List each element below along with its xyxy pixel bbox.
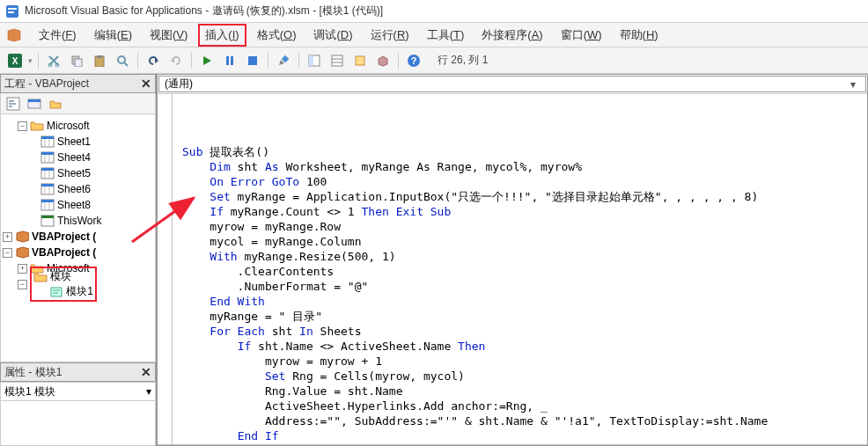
redo-icon[interactable] <box>166 51 186 70</box>
undo-icon[interactable] <box>143 51 163 70</box>
code-window: (通用) ▾ Sub 提取表名() Dim sht As Worksheet, … <box>157 74 868 446</box>
tree-collapse-icon[interactable]: − <box>18 121 27 131</box>
find-icon[interactable] <box>113 51 132 70</box>
tree-collapse-icon[interactable]: − <box>3 248 12 258</box>
tree-expand-icon[interactable]: + <box>18 264 27 274</box>
svg-rect-9 <box>75 59 82 67</box>
menu-edit[interactable]: 编辑(E) <box>87 24 139 47</box>
svg-point-12 <box>118 56 125 63</box>
svg-rect-40 <box>41 152 54 155</box>
svg-rect-1 <box>8 8 17 10</box>
menu-insert[interactable]: 插入(I) <box>198 24 246 47</box>
project-explorer-icon[interactable] <box>305 51 324 70</box>
window-title: Microsoft Visual Basic for Applications … <box>25 4 383 18</box>
view-object-icon[interactable] <box>26 95 43 113</box>
tree-label[interactable]: Sheet8 <box>57 199 91 211</box>
menu-window[interactable]: 窗口(W) <box>554 24 609 47</box>
svg-line-13 <box>124 62 128 66</box>
excel-icon[interactable]: X <box>5 51 25 70</box>
svg-marker-16 <box>203 56 211 65</box>
paste-icon[interactable] <box>90 51 109 70</box>
tree-label-modules[interactable]: 模块 <box>50 270 71 282</box>
worksheet-icon <box>40 198 55 212</box>
folder-icon <box>30 119 44 133</box>
chevron-down-icon: ▾ <box>146 385 151 398</box>
worksheet-icon <box>40 150 55 165</box>
pause-icon[interactable] <box>220 51 239 70</box>
menu-debug[interactable]: 调试(D) <box>306 24 359 47</box>
design-mode-icon[interactable] <box>274 51 293 70</box>
code-editor[interactable]: Sub 提取表名() Dim sht As Worksheet, myRange… <box>158 94 867 445</box>
svg-rect-23 <box>332 55 342 66</box>
menu-view[interactable]: 视图(V) <box>143 24 195 47</box>
svg-rect-18 <box>231 56 233 65</box>
tree-label[interactable]: ThisWork <box>57 215 101 227</box>
svg-marker-3 <box>8 29 20 41</box>
svg-rect-11 <box>97 55 102 58</box>
run-icon[interactable] <box>197 51 217 70</box>
stop-icon[interactable] <box>243 51 262 70</box>
module-icon <box>49 285 63 299</box>
menu-addins[interactable]: 外接程序(A) <box>474 24 549 47</box>
svg-rect-59 <box>51 288 62 296</box>
object-browser-icon[interactable] <box>350 51 370 70</box>
project-tree[interactable]: −Microsoft Sheet1 Sheet4 Sheet5 Sheet6 S… <box>0 114 156 362</box>
menu-file[interactable]: 文件(F) <box>32 24 84 47</box>
object-combo[interactable]: (通用) ▾ <box>158 76 866 92</box>
properties-panel-title: 属性 - 模块1 <box>4 365 62 380</box>
svg-text:X: X <box>12 56 18 66</box>
worksheet-icon <box>40 135 55 149</box>
menu-tools[interactable]: 工具(T) <box>420 24 472 47</box>
tree-expand-icon[interactable]: + <box>3 232 12 242</box>
workbook-icon <box>40 214 55 228</box>
properties-object-combo[interactable]: 模块1 模块 ▾ <box>0 382 156 401</box>
view-code-icon[interactable] <box>4 95 22 113</box>
menu-run[interactable]: 运行(R) <box>364 24 416 47</box>
svg-rect-26 <box>356 56 364 65</box>
project-panel-title: 工程 - VBAProject <box>4 77 89 91</box>
svg-rect-2 <box>8 11 14 13</box>
vba-app-icon <box>5 4 19 18</box>
menubar-app-icon <box>5 26 23 44</box>
svg-rect-22 <box>309 55 313 66</box>
svg-marker-57 <box>17 231 29 242</box>
toggle-folders-icon[interactable] <box>47 95 64 113</box>
tree-label[interactable]: Sheet1 <box>57 135 91 148</box>
worksheet-icon <box>40 166 55 180</box>
tree-label[interactable]: VBAProject ( <box>32 246 96 259</box>
toolbox-icon[interactable] <box>373 51 393 70</box>
toolbar: X ▾ ? 行 26, 列 1 <box>0 48 868 74</box>
tree-label[interactable]: VBAProject ( <box>32 230 96 243</box>
tree-label-module1[interactable]: 模块1 <box>66 285 93 297</box>
properties-panel-header: 属性 - 模块1 ✕ <box>0 362 156 382</box>
menubar: 文件(F) 编辑(E) 视图(V) 插入(I) 格式(O) 调试(D) 运行(R… <box>0 23 868 48</box>
cut-icon[interactable] <box>44 51 63 70</box>
tree-label[interactable]: Sheet6 <box>57 183 91 195</box>
properties-window-icon[interactable] <box>327 51 347 70</box>
tree-label[interactable]: Sheet4 <box>57 151 91 164</box>
project-panel-header: 工程 - VBAProject ✕ <box>0 74 156 93</box>
menu-format[interactable]: 格式(O) <box>250 24 304 47</box>
window-titlebar: Microsoft Visual Basic for Applications … <box>0 0 868 23</box>
vbaproject-icon <box>15 245 29 260</box>
tree-label[interactable]: Sheet5 <box>57 167 91 179</box>
svg-rect-36 <box>41 136 54 139</box>
svg-marker-58 <box>17 247 29 258</box>
cursor-position: 行 26, 列 1 <box>438 53 488 68</box>
svg-rect-19 <box>248 56 257 65</box>
copy-icon[interactable] <box>67 51 86 70</box>
tree-label[interactable]: Microsoft <box>47 120 90 132</box>
chevron-down-icon: ▾ <box>846 78 860 91</box>
svg-rect-17 <box>226 56 229 65</box>
properties-panel: 属性 - 模块1 ✕ 模块1 模块 ▾ <box>0 362 156 446</box>
properties-panel-close[interactable]: ✕ <box>141 365 151 379</box>
tree-collapse-icon[interactable]: − <box>18 280 27 289</box>
worksheet-icon <box>40 182 55 196</box>
svg-rect-52 <box>41 200 54 202</box>
project-panel-toolbar <box>0 93 156 114</box>
help-icon[interactable]: ? <box>404 51 423 70</box>
menu-help[interactable]: 帮助(H) <box>613 24 666 47</box>
svg-rect-56 <box>41 216 54 218</box>
project-panel-close[interactable]: ✕ <box>141 77 151 91</box>
left-sidebar: 工程 - VBAProject ✕ −Microsoft Sheet1 Shee… <box>0 74 157 446</box>
